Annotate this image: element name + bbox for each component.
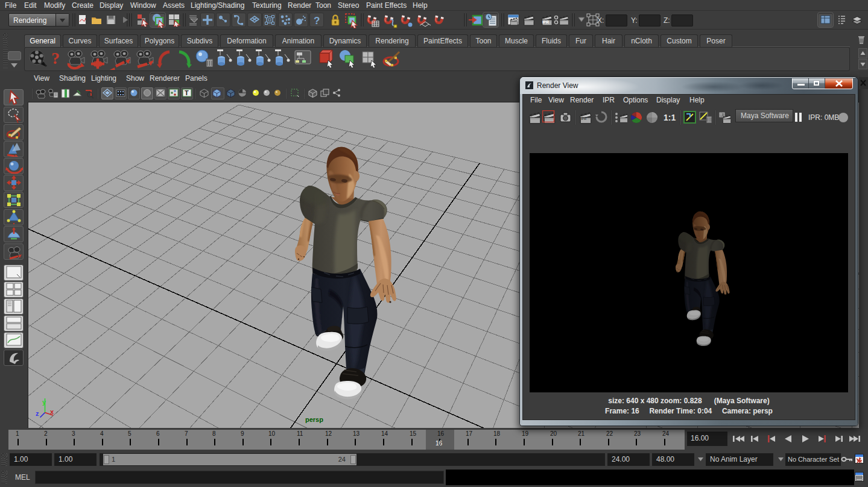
svg-text:?: ? [51,49,60,68]
svg-text:?: ? [314,15,320,26]
svg-text:IPR: IPR [542,20,549,24]
svg-text:IPR: IPR [581,117,586,121]
